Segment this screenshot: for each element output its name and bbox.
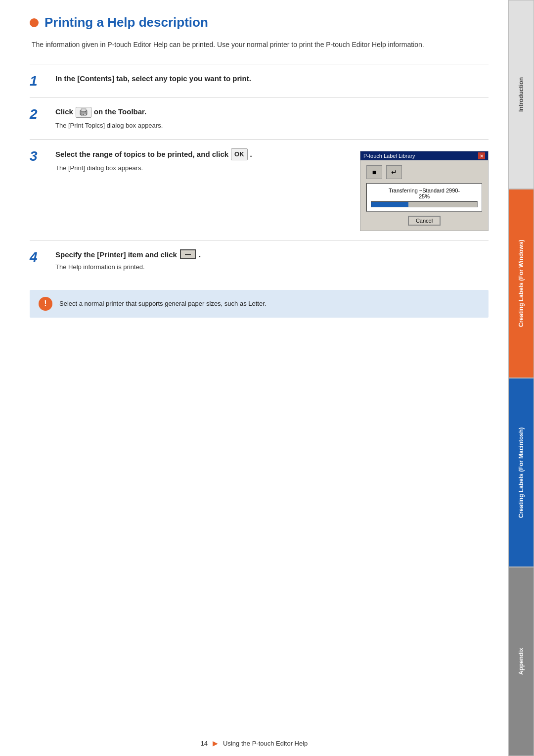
side-tabs: Introduction Creating Labels (For Window… bbox=[508, 0, 534, 756]
dialog-progress-text: Transferring ~Standard 2990- bbox=[371, 188, 478, 193]
dialog-screenshot: P-touch Label Library ✕ ■ ↵ Transferring… bbox=[360, 151, 489, 231]
title-dot bbox=[30, 18, 39, 27]
ok-button-inline[interactable]: OK bbox=[231, 148, 248, 160]
footer-text: Using the P-touch Editor Help bbox=[223, 740, 308, 747]
dialog-icon-1[interactable]: ■ bbox=[366, 165, 382, 179]
step-4-prefix: Specify the [Printer] item and click bbox=[55, 250, 177, 259]
step-4-number: 4 bbox=[30, 250, 47, 264]
note-block: ! Select a normal printer that supports … bbox=[30, 290, 489, 318]
step-4-instruction: Specify the [Printer] item and click — . bbox=[55, 249, 489, 259]
step-3-prefix: Select the range of topics to be printed… bbox=[55, 149, 228, 160]
step-4-suffix: . bbox=[199, 250, 201, 259]
footer-page-number: 14 bbox=[201, 740, 208, 747]
step-3-layout: Select the range of topics to be printed… bbox=[55, 148, 489, 231]
dialog-icon-2[interactable]: ↵ bbox=[386, 165, 402, 179]
step-4-block: 4 Specify the [Printer] item and click —… bbox=[30, 240, 489, 281]
progress-bar-fill bbox=[371, 202, 408, 207]
step-2-instruction: Click Prt on the Toolbar. bbox=[55, 106, 489, 118]
side-tab-introduction[interactable]: Introduction bbox=[508, 0, 534, 189]
step-1-block: 1 In the [Contents] tab, select any topi… bbox=[30, 64, 489, 97]
step-2-number: 2 bbox=[30, 107, 47, 121]
step-1-content: In the [Contents] tab, select any topic … bbox=[55, 73, 489, 85]
step-3-block: 3 Select the range of topics to be print… bbox=[30, 139, 489, 240]
step-1-number: 1 bbox=[30, 74, 47, 88]
side-tab-macintosh[interactable]: Creating Labels (For Macintosh) bbox=[508, 378, 534, 567]
page-footer: 14 ▶ Using the P-touch Editor Help bbox=[0, 739, 508, 747]
page-title-block: Printing a Help description bbox=[30, 15, 489, 30]
svg-point-3 bbox=[85, 111, 86, 112]
dialog-icons: ■ ↵ bbox=[366, 165, 482, 179]
dialog-body: ■ ↵ Transferring ~Standard 2990- 25% Can… bbox=[360, 160, 488, 231]
step-2-prefix: Click bbox=[55, 106, 73, 118]
step-4-ok-button[interactable]: — bbox=[180, 249, 196, 259]
step-2-block: 2 Click Prt on the Toolbar. The [Print T… bbox=[30, 97, 489, 139]
step-2-sub: The [Print Topics] dialog box appears. bbox=[55, 121, 489, 131]
svg-text:Prt: Prt bbox=[82, 113, 85, 116]
print-toolbar-button[interactable]: Prt bbox=[76, 107, 91, 118]
step-4-content: Specify the [Printer] item and click — .… bbox=[55, 249, 489, 272]
footer-arrow: ▶ bbox=[213, 739, 218, 747]
step-3-number: 3 bbox=[30, 149, 47, 163]
intro-text: The information given in P-touch Editor … bbox=[32, 39, 489, 50]
step-2-suffix: on the Toolbar. bbox=[94, 106, 146, 118]
svg-rect-2 bbox=[81, 109, 86, 111]
progress-bar bbox=[371, 201, 478, 207]
dialog-progress-area: Transferring ~Standard 2990- 25% bbox=[366, 183, 482, 212]
step-3-content: Select the range of topics to be printed… bbox=[55, 148, 489, 231]
step-3-text: Select the range of topics to be printed… bbox=[55, 148, 345, 173]
dialog-cancel-button[interactable]: Cancel bbox=[408, 216, 441, 226]
note-text: Select a normal printer that supports ge… bbox=[59, 299, 266, 309]
step-3-period: . bbox=[250, 149, 252, 160]
print-icon: Prt bbox=[79, 108, 88, 117]
dialog-close-button[interactable]: ✕ bbox=[478, 152, 485, 159]
note-icon: ! bbox=[39, 297, 52, 311]
step-3-sub: The [Print] dialog box appears. bbox=[55, 163, 345, 173]
side-tab-appendix[interactable]: Appendix bbox=[508, 567, 534, 756]
step-1-instruction: In the [Contents] tab, select any topic … bbox=[55, 73, 489, 85]
step-3-instruction: Select the range of topics to be printed… bbox=[55, 148, 345, 160]
step-2-content: Click Prt on the Toolbar. The [Print Top… bbox=[55, 106, 489, 130]
step-4-sub: The Help information is printed. bbox=[55, 262, 489, 272]
dialog-progress-pct: 25% bbox=[371, 193, 478, 199]
dialog-titlebar: P-touch Label Library ✕ bbox=[360, 151, 488, 160]
page-title: Printing a Help description bbox=[44, 15, 208, 30]
dialog-cancel-row: Cancel bbox=[366, 216, 482, 226]
side-tab-windows[interactable]: Creating Labels (For Windows) bbox=[508, 189, 534, 378]
dialog-title: P-touch Label Library bbox=[363, 153, 415, 159]
main-content: Printing a Help description The informat… bbox=[0, 0, 508, 756]
